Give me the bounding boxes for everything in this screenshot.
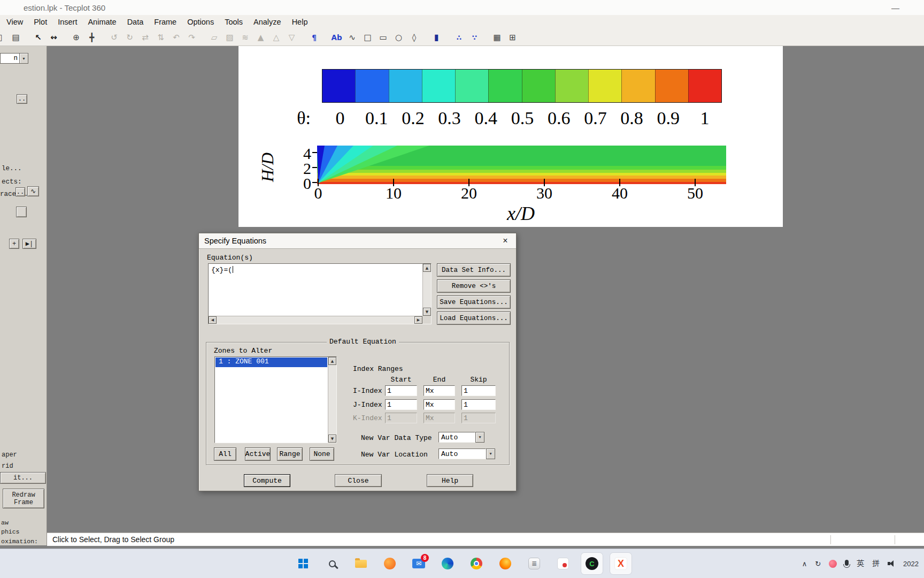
taskbar-start-button[interactable] (292, 553, 314, 574)
scroll-left-icon[interactable]: ◀ (209, 316, 217, 324)
dialog-title-bar[interactable]: Specify Equations × (199, 233, 516, 249)
taskbar-chrome-button[interactable] (466, 553, 487, 574)
grid-sphere-button[interactable]: ⊞ (505, 31, 520, 44)
taskbar-firefox-button[interactable] (495, 553, 516, 574)
add-rectangle-button[interactable]: ▭ (376, 31, 390, 44)
microphone-icon[interactable] (845, 560, 849, 566)
menu-analyze[interactable]: Analyze (248, 16, 287, 28)
close-button[interactable]: Close (335, 474, 382, 487)
all-zones-button[interactable]: All (214, 447, 236, 461)
scroll-down-icon[interactable]: ▼ (423, 308, 431, 316)
load-equations-button[interactable]: Load Equations... (437, 311, 511, 325)
step-forward-button[interactable]: ▶| (22, 239, 36, 249)
taskbar-edge-button[interactable] (437, 553, 458, 574)
taskbar-mail-button[interactable]: ✉8 (408, 553, 429, 574)
menu-insert[interactable]: Insert (52, 16, 82, 28)
i-index-skip-field[interactable] (461, 385, 496, 396)
add-button[interactable]: + (9, 239, 19, 249)
scroll-up-icon[interactable]: ▲ (328, 357, 336, 365)
speaker-icon[interactable] (888, 560, 895, 567)
sidebar-draw-label: aw (1, 519, 9, 526)
scroll-down-icon[interactable]: ▼ (328, 435, 336, 443)
menu-view[interactable]: View (1, 16, 28, 28)
taskbar-file-explorer-button[interactable] (350, 553, 372, 574)
edit-button[interactable]: it... (0, 472, 46, 484)
scroll-up-icon[interactable]: ▲ (423, 264, 431, 272)
active-zones-button[interactable]: Active (245, 447, 271, 461)
equation-input[interactable]: {x}=( ▲ ▼ ◀ ▶ (208, 263, 432, 324)
chevron-down-icon[interactable]: ▼ (486, 448, 495, 459)
j-index-skip-field[interactable] (461, 399, 496, 410)
grid-table-button[interactable]: ▦ (490, 31, 504, 44)
j-index-start-field[interactable] (385, 399, 417, 410)
sidebar-trace-picker-button[interactable]: .. (16, 187, 25, 196)
probe-tool-button[interactable]: ¶ (307, 31, 321, 44)
zoom-tool-button[interactable]: ⊕ (69, 31, 83, 44)
close-icon[interactable]: × (500, 236, 511, 246)
new-var-data-type-dropdown[interactable]: Auto ▼ (438, 432, 484, 443)
menu-tools[interactable]: Tools (219, 16, 248, 28)
save-equations-button[interactable]: Save Equations... (437, 295, 511, 309)
range-zones-button[interactable]: Range (277, 447, 303, 461)
add-text-button[interactable]: Ab (329, 31, 344, 44)
taskbar-gray-app-button[interactable]: ≣ (523, 553, 545, 574)
none-zones-button[interactable]: None (310, 447, 334, 461)
taskbar-search-button[interactable] (321, 553, 343, 574)
ime-mode-indicator[interactable]: 拼 (872, 559, 880, 568)
menu-bar: ViewPlotInsertAnimateDataFrameOptionsToo… (0, 15, 924, 29)
selector-tool-button[interactable]: ↖ (31, 31, 45, 44)
help-button[interactable]: Help (427, 474, 473, 487)
new-var-location-dropdown[interactable]: Auto ▼ (438, 448, 495, 459)
menu-help[interactable]: Help (287, 16, 313, 28)
scatter-plot-button[interactable]: ∴ (452, 31, 466, 44)
tray-person-icon[interactable] (829, 560, 837, 568)
taskbar-recorder-button[interactable] (552, 553, 574, 574)
sidebar-blank-button[interactable] (16, 207, 27, 217)
menu-options[interactable]: Options (182, 16, 219, 28)
tray-expand-chevron[interactable]: ∧ (802, 560, 807, 568)
menu-data[interactable]: Data (122, 16, 149, 28)
sidebar-dropdown[interactable]: n ▼ (0, 53, 28, 64)
redraw-frame-button[interactable]: Redraw Frame (3, 489, 44, 508)
chevron-down-icon[interactable]: ▼ (475, 432, 484, 443)
add-polyline-button[interactable]: ∿ (345, 31, 359, 44)
i-index-end-field[interactable] (424, 385, 455, 396)
data-set-info-button[interactable]: Data Set Info... (437, 263, 511, 277)
adjustor-tool-button[interactable]: ↭ (47, 31, 61, 44)
i-index-start-field[interactable] (385, 385, 417, 396)
equation-vertical-scrollbar[interactable]: ▲ ▼ (422, 264, 431, 316)
remove-angle-brackets-button[interactable]: Remove <>'s (437, 279, 511, 293)
translate-tool-button[interactable]: ╋ (84, 31, 99, 44)
equation-horizontal-scrollbar[interactable]: ◀ ▶ (209, 316, 422, 324)
menu-frame[interactable]: Frame (149, 16, 182, 28)
frame-mode-button[interactable]: ▮ (429, 31, 444, 44)
chevron-down-icon[interactable]: ▼ (19, 53, 28, 64)
plot-frame[interactable]: θ: H/D x/D 00.10.20.30.40.50.60.70.80.91… (238, 46, 783, 227)
compute-button[interactable]: Compute (244, 474, 290, 487)
sidebar-picker-button[interactable]: .. (17, 94, 27, 104)
chrome-browser-icon (471, 558, 482, 569)
add-square-button[interactable]: □ (360, 31, 375, 44)
menu-animate[interactable]: Animate (82, 16, 121, 28)
scrollbar-corner (422, 316, 431, 324)
ime-language-indicator[interactable]: 英 (857, 559, 864, 568)
streamtrace-curve-button[interactable]: ∿ (27, 186, 39, 196)
zone-list-item[interactable]: 1 : ZONE 001 (215, 358, 327, 367)
tray-sync-icon[interactable]: ↻ (815, 560, 821, 568)
j-index-end-field[interactable] (424, 399, 455, 410)
line-scatter-button[interactable]: ∵ (467, 31, 482, 44)
add-ellipse-button[interactable]: ◊ (407, 31, 421, 44)
zones-list[interactable]: 1 : ZONE 001 ▲ ▼ (214, 356, 337, 443)
taskbar-date[interactable]: 2022 (903, 560, 919, 568)
minimize-button[interactable]: — (891, 3, 899, 12)
taskbar-orange-app-button[interactable] (379, 553, 401, 574)
new-layout-button[interactable]: ▯ (0, 31, 7, 44)
menu-plot[interactable]: Plot (28, 16, 52, 28)
taskbar-capture-app-button[interactable]: C (581, 553, 603, 574)
zones-scrollbar[interactable]: ▲ ▼ (328, 357, 336, 443)
scroll-right-icon[interactable]: ▶ (414, 316, 422, 324)
print-button[interactable]: ▤ (9, 31, 23, 44)
add-circle-button[interactable]: ○ (391, 31, 406, 44)
taskbar-x-app-button[interactable]: X (610, 553, 632, 574)
taskbar-center-icons: ✉8 ≣ C X (292, 549, 632, 578)
